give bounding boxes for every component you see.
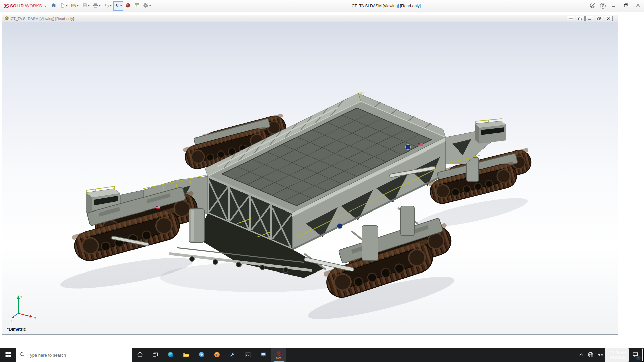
doc-minimize-button[interactable]: [585, 16, 594, 21]
us-flag: [418, 143, 423, 146]
windows-taskbar: 2020 11:04 AM 9/16/2020 2: [0, 348, 644, 362]
restore-button[interactable]: [620, 0, 632, 12]
show-desktop-button[interactable]: [642, 348, 644, 362]
right-cab[interactable]: [475, 119, 506, 144]
file-explorer-icon: [183, 352, 189, 358]
document-titlebar[interactable]: CT_TA.SLDASM [Viewing] [Read-only]: [2, 15, 618, 22]
windows-logo-icon: [5, 352, 11, 358]
notification-center-button[interactable]: 2: [629, 348, 642, 362]
steam-icon: [229, 352, 235, 359]
nasa-meatball-logo-2: [337, 223, 342, 229]
start-button[interactable]: [0, 348, 16, 362]
save-icon: [82, 3, 87, 9]
undo-icon: [104, 3, 109, 9]
svg-text:x: x: [34, 316, 36, 320]
document-window: CT_TA.SLDASM [Viewing] [Read-only]: [2, 15, 618, 335]
taskbar-clock[interactable]: 11:04 AM 9/16/2020: [605, 348, 629, 362]
terminal-icon: [245, 352, 251, 359]
crawler-transporter-model[interactable]: [2, 22, 618, 334]
evaluate-sheet-button[interactable]: [133, 1, 141, 11]
dassault-logo-mark: 3S: [3, 3, 9, 9]
app-title: CT_TA.SLDASM [Viewing] [Read-only]: [352, 4, 421, 8]
us-flag-2: [156, 206, 160, 209]
home-icon: [51, 3, 57, 9]
z-axis: z: [11, 313, 18, 323]
viewport-cascade-button[interactable]: [576, 16, 585, 21]
sheet-icon: [134, 3, 140, 9]
edge-icon: [168, 352, 174, 359]
app-titlebar: 3S SOLIDWORKS ▸ ▾ ▾ ▾ ▾ ▾ ▾: [0, 0, 644, 12]
new-document-button[interactable]: ▾: [59, 1, 69, 11]
notification-badge: 2: [636, 356, 641, 360]
undo-button[interactable]: ▾: [102, 1, 113, 11]
red-sphere-icon: [125, 3, 131, 9]
doc-restore-button[interactable]: [595, 16, 603, 21]
minimize-icon: [612, 3, 616, 8]
solidworks-logo: 3S SOLIDWORKS: [3, 3, 42, 9]
view-orientation-label: *Dimetric: [7, 327, 26, 332]
solidworks-taskbar-button[interactable]: 2020: [271, 348, 286, 362]
open-button[interactable]: ▾: [69, 1, 80, 11]
app-client-area: CT_TA.SLDASM [Viewing] [Read-only]: [0, 12, 644, 348]
firefox-icon: [214, 352, 220, 359]
doc-close-button[interactable]: [604, 16, 613, 21]
svg-text:y: y: [20, 295, 22, 298]
open-folder-icon: [71, 3, 76, 9]
taskbar-search[interactable]: [16, 348, 132, 362]
chrome-button[interactable]: [194, 348, 209, 362]
nasa-meatball-logo: [405, 144, 411, 150]
restore-icon: [624, 3, 628, 8]
clock-time: 11:04 AM: [611, 350, 626, 355]
search-input[interactable]: [28, 353, 128, 358]
viewport-split-button[interactable]: [567, 16, 575, 21]
firefox-button[interactable]: [209, 348, 225, 362]
print-icon: [93, 3, 98, 9]
print-button[interactable]: ▾: [91, 1, 102, 11]
close-icon: [636, 3, 640, 8]
cortana-button[interactable]: [132, 348, 148, 362]
titlebar-right: ?: [588, 0, 644, 12]
x-axis: x: [18, 313, 36, 320]
solidworks-year-label: 2020: [276, 357, 281, 359]
document-title: CT_TA.SLDASM [Viewing] [Read-only]: [11, 17, 74, 21]
terminal-button[interactable]: [240, 348, 256, 362]
chrome-icon: [199, 352, 205, 359]
viewport-3d[interactable]: y x z *Dimetric: [2, 22, 618, 334]
select-tool-button[interactable]: ▾: [113, 1, 123, 11]
volume-button[interactable]: [595, 348, 605, 362]
home-button[interactable]: [50, 1, 58, 11]
help-button[interactable]: ?: [598, 0, 608, 12]
search-icon: [20, 352, 25, 358]
solidworks-icon: [275, 351, 282, 357]
minimize-button[interactable]: [608, 0, 620, 12]
gear-icon: [143, 3, 149, 9]
new-document-icon: [60, 3, 65, 9]
file-explorer-button[interactable]: [178, 348, 194, 362]
network-button[interactable]: [586, 348, 595, 362]
3dexperience-button[interactable]: [124, 1, 132, 11]
select-cursor-icon: [115, 3, 120, 9]
options-button[interactable]: ▾: [142, 1, 152, 11]
edge-button[interactable]: [163, 348, 178, 362]
save-button[interactable]: ▾: [80, 1, 91, 11]
quick-toolbar: ▾ ▾ ▾ ▾ ▾ ▾ ▾: [50, 1, 152, 11]
clock-date: 9/16/2020: [610, 355, 626, 360]
svg-text:z: z: [11, 319, 12, 323]
globe-network-icon: [588, 352, 594, 359]
speaker-icon: [597, 352, 603, 358]
steam-button[interactable]: [225, 348, 240, 362]
task-view-button[interactable]: [148, 348, 163, 362]
task-view-icon: [152, 352, 158, 358]
help-icon: ?: [600, 3, 606, 9]
assembly-document-icon: [4, 16, 9, 21]
y-axis: y: [17, 295, 22, 313]
display-button[interactable]: [256, 348, 271, 362]
tray-overflow-button[interactable]: [577, 348, 586, 362]
account-button[interactable]: [588, 0, 598, 12]
toolbar-flyout-arrow[interactable]: ▸: [45, 4, 46, 8]
display-icon: [260, 352, 266, 359]
chevron-up-icon: [579, 352, 584, 358]
close-button[interactable]: [632, 0, 644, 12]
document-window-controls: [567, 16, 615, 21]
cortana-icon: [137, 352, 143, 359]
